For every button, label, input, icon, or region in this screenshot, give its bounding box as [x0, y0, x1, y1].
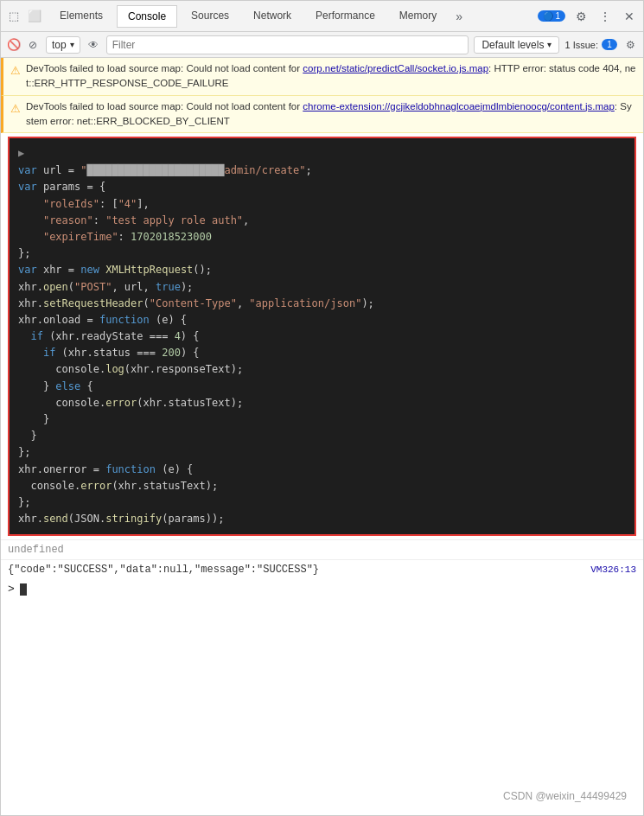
code-line-22: xhr.send(JSON.stringify(params)); — [18, 511, 626, 527]
code-line-21: }; — [18, 494, 626, 511]
console-result-json: {"code":"SUCCESS","data":null,"message":… — [1, 559, 643, 579]
device-icon[interactable]: ⬜ — [27, 9, 42, 24]
code-line-20: console.error(xhr.statusText); — [18, 478, 626, 494]
code-block: ▶ var url = "██████████████████████admin… — [8, 137, 636, 536]
code-line-1: var url = "██████████████████████admin/c… — [18, 163, 626, 179]
log-levels-label: Default levels — [481, 39, 544, 51]
top-toolbar: ⬚ ⬜ Elements Console Sources Network Per… — [1, 1, 643, 32]
code-line-17: } — [18, 428, 626, 444]
code-line-19: xhr.onerror = function (e) { — [18, 462, 626, 478]
code-line-10: xhr.onload = function (e) { — [18, 312, 626, 328]
tab-console[interactable]: Console — [117, 5, 177, 28]
code-line-3: "roleIds": ["4"], — [18, 196, 626, 213]
context-label: top — [52, 39, 67, 51]
issue-count-area: 1 Issue: 1 — [564, 39, 617, 50]
console-result-undefined: undefined — [1, 539, 643, 559]
tab-network[interactable]: Network — [243, 4, 302, 29]
tab-more[interactable]: » — [450, 6, 468, 27]
warning-message-2: ⚠ DevTools failed to load source map: Co… — [1, 96, 643, 134]
code-line-9: xhr.setRequestHeader("Content-Type", "ap… — [18, 296, 626, 312]
console-settings-icon[interactable]: ⚙ — [622, 37, 638, 53]
code-line-5: "expireTime": 1702018523000 — [18, 229, 626, 245]
tab-elements[interactable]: Elements — [49, 4, 113, 29]
code-line-15: console.error(xhr.statusText); — [18, 395, 626, 411]
warning-icon-1: ⚠ — [10, 62, 21, 80]
vm-reference[interactable]: VM326:13 — [590, 564, 636, 575]
cursor-line[interactable]: > — [1, 579, 643, 599]
issue-badge: 1 — [602, 39, 617, 50]
code-line-12: if (xhr.status === 200) { — [18, 345, 626, 361]
toolbar-icon-group: ⬚ ⬜ — [6, 9, 42, 24]
expand-arrow[interactable]: ▶ — [18, 148, 24, 160]
code-line-6: }; — [18, 245, 626, 262]
eye-icon[interactable]: 👁 — [86, 37, 101, 53]
warning-icon-2: ⚠ — [10, 100, 21, 118]
context-selector[interactable]: top ▾ — [46, 36, 80, 54]
code-line-16: } — [18, 411, 626, 428]
code-line-13: console.log(xhr.responseText); — [18, 361, 626, 378]
console-toolbar: 🚫 ⊘ top ▾ 👁 Default levels ▾ 1 Issue: 1 … — [1, 32, 643, 58]
issue-label: 1 Issue: — [564, 40, 598, 50]
inspect-icon[interactable]: ⬚ — [6, 9, 22, 24]
notification-badge: 🔵 1 — [538, 10, 565, 22]
console-content: ⚠ DevTools failed to load source map: Co… — [1, 58, 643, 815]
code-line-2: var params = { — [18, 179, 626, 195]
tab-sources[interactable]: Sources — [181, 4, 239, 29]
log-levels-chevron: ▾ — [547, 40, 552, 49]
warning-link-2[interactable]: chrome-extension://gcjikeldobhnaglcoaejm… — [303, 101, 615, 112]
console-toolbar-left: 🚫 ⊘ — [6, 37, 41, 53]
close-icon[interactable]: ✕ — [621, 8, 638, 25]
code-line-14: } else { — [18, 379, 626, 395]
context-chevron: ▾ — [70, 40, 74, 49]
warning-link-1[interactable]: corp.net/static/predictCall/socket.io.js… — [303, 63, 488, 73]
code-line-18: }; — [18, 444, 626, 461]
toolbar-right: 🔵 1 ⚙ ⋮ ✕ — [538, 8, 638, 25]
tab-performance[interactable]: Performance — [305, 4, 386, 29]
undefined-text: undefined — [8, 544, 64, 556]
warning-text-1: DevTools failed to load source map: Coul… — [26, 61, 636, 92]
warning-message-1: ⚠ DevTools failed to load source map: Co… — [1, 58, 643, 96]
clear-console-button[interactable]: 🚫 — [6, 37, 22, 53]
json-result-text: {"code":"SUCCESS","data":null,"message":… — [8, 564, 319, 576]
devtools-window: ⬚ ⬜ Elements Console Sources Network Per… — [0, 0, 644, 816]
code-line-8: xhr.open("POST", url, true); — [18, 279, 626, 296]
more-options-icon[interactable]: ⋮ — [596, 8, 614, 25]
code-line-7: var xhr = new XMLHttpRequest(); — [18, 262, 626, 278]
code-line-11: if (xhr.readyState === 4) { — [18, 328, 626, 345]
filter-input[interactable] — [106, 35, 469, 54]
stop-button[interactable]: ⊘ — [25, 37, 41, 53]
cursor-blink — [20, 583, 27, 596]
code-line-4: "reason": "test apply role auth", — [18, 213, 626, 229]
warning-text-2: DevTools failed to load source map: Coul… — [26, 99, 636, 130]
console-prompt: > — [8, 583, 15, 596]
tab-memory[interactable]: Memory — [389, 4, 447, 29]
watermark: CSDN @weixin_44499429 — [503, 790, 627, 802]
settings-icon[interactable]: ⚙ — [572, 8, 590, 25]
log-levels-selector[interactable]: Default levels ▾ — [474, 36, 559, 54]
